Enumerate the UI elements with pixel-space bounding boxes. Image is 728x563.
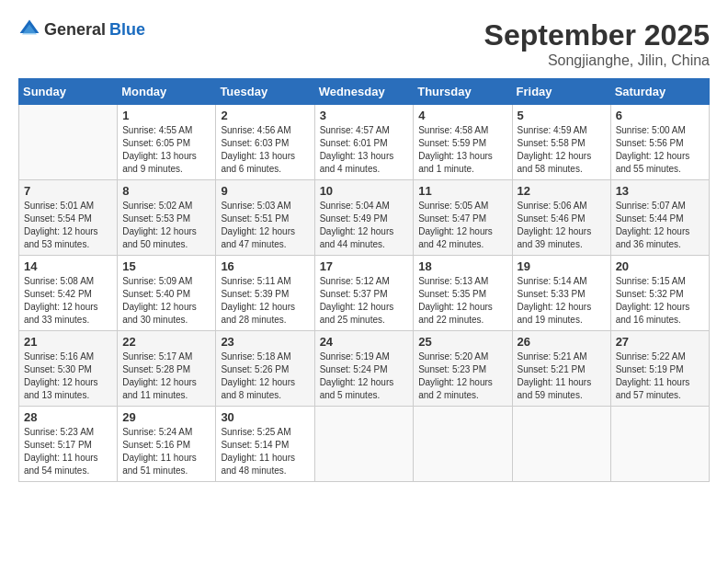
- logo: GeneralBlue: [18, 18, 145, 40]
- day-number: 12: [518, 184, 606, 198]
- day-number: 4: [418, 109, 506, 122]
- day-number: 28: [24, 410, 112, 424]
- weekday-header-row: SundayMondayTuesdayWednesdayThursdayFrid…: [19, 79, 710, 105]
- calendar-cell: 4Sunrise: 4:58 AM Sunset: 5:59 PM Daylig…: [414, 105, 512, 180]
- day-info: Sunrise: 5:19 AM Sunset: 5:24 PM Dayligh…: [320, 350, 409, 402]
- day-info: Sunrise: 5:03 AM Sunset: 5:51 PM Dayligh…: [221, 200, 309, 251]
- day-number: 6: [616, 109, 704, 122]
- day-info: Sunrise: 4:56 AM Sunset: 6:03 PM Dayligh…: [221, 124, 309, 176]
- day-info: Sunrise: 5:01 AM Sunset: 5:54 PM Dayligh…: [24, 200, 112, 251]
- day-number: 15: [122, 259, 210, 273]
- calendar-cell: 21Sunrise: 5:16 AM Sunset: 5:30 PM Dayli…: [19, 331, 118, 407]
- calendar-cell: [512, 407, 610, 482]
- calendar-cell: 10Sunrise: 5:04 AM Sunset: 5:49 PM Dayli…: [314, 180, 414, 256]
- title-block: September 2025 Songjianghe, Jilin, China: [484, 18, 710, 69]
- day-number: 3: [320, 109, 409, 122]
- calendar-cell: 16Sunrise: 5:11 AM Sunset: 5:39 PM Dayli…: [216, 256, 314, 331]
- day-info: Sunrise: 5:00 AM Sunset: 5:56 PM Dayligh…: [616, 124, 704, 176]
- weekday-header-wednesday: Wednesday: [314, 79, 414, 105]
- weekday-header-tuesday: Tuesday: [216, 79, 314, 105]
- calendar-cell: [314, 407, 414, 482]
- day-number: 7: [24, 184, 112, 198]
- day-number: 1: [122, 109, 210, 122]
- day-info: Sunrise: 5:15 AM Sunset: 5:32 PM Dayligh…: [616, 275, 704, 327]
- calendar-cell: 8Sunrise: 5:02 AM Sunset: 5:53 PM Daylig…: [118, 180, 216, 256]
- calendar-cell: [19, 105, 118, 180]
- day-number: 20: [616, 259, 704, 273]
- weekday-header-monday: Monday: [118, 79, 216, 105]
- calendar-cell: [610, 407, 709, 482]
- calendar-cell: 28Sunrise: 5:23 AM Sunset: 5:17 PM Dayli…: [19, 407, 118, 482]
- day-number: 8: [122, 184, 210, 198]
- logo-icon: [18, 18, 40, 40]
- calendar-cell: 13Sunrise: 5:07 AM Sunset: 5:44 PM Dayli…: [610, 180, 709, 256]
- calendar-week-5: 28Sunrise: 5:23 AM Sunset: 5:17 PM Dayli…: [19, 407, 710, 482]
- weekday-header-friday: Friday: [512, 79, 610, 105]
- weekday-header-sunday: Sunday: [19, 79, 118, 105]
- calendar-cell: [414, 407, 512, 482]
- calendar-cell: 30Sunrise: 5:25 AM Sunset: 5:14 PM Dayli…: [216, 407, 314, 482]
- day-number: 9: [221, 184, 309, 198]
- day-number: 23: [221, 335, 309, 349]
- day-number: 27: [616, 335, 704, 349]
- calendar-cell: 11Sunrise: 5:05 AM Sunset: 5:47 PM Dayli…: [414, 180, 512, 256]
- day-info: Sunrise: 5:17 AM Sunset: 5:28 PM Dayligh…: [122, 350, 210, 402]
- day-info: Sunrise: 5:07 AM Sunset: 5:44 PM Dayligh…: [616, 200, 704, 251]
- day-info: Sunrise: 4:58 AM Sunset: 5:59 PM Dayligh…: [418, 124, 506, 176]
- calendar-cell: 23Sunrise: 5:18 AM Sunset: 5:26 PM Dayli…: [216, 331, 314, 407]
- day-info: Sunrise: 5:09 AM Sunset: 5:40 PM Dayligh…: [122, 275, 210, 327]
- day-info: Sunrise: 5:12 AM Sunset: 5:37 PM Dayligh…: [320, 275, 409, 327]
- weekday-header-saturday: Saturday: [610, 79, 709, 105]
- logo-general: General: [44, 20, 106, 40]
- day-info: Sunrise: 5:13 AM Sunset: 5:35 PM Dayligh…: [418, 275, 506, 327]
- day-number: 30: [221, 410, 309, 424]
- calendar-cell: 18Sunrise: 5:13 AM Sunset: 5:35 PM Dayli…: [414, 256, 512, 331]
- day-number: 17: [320, 259, 409, 273]
- calendar-cell: 12Sunrise: 5:06 AM Sunset: 5:46 PM Dayli…: [512, 180, 610, 256]
- calendar-cell: 15Sunrise: 5:09 AM Sunset: 5:40 PM Dayli…: [118, 256, 216, 331]
- calendar-cell: 3Sunrise: 4:57 AM Sunset: 6:01 PM Daylig…: [314, 105, 414, 180]
- calendar-week-2: 7Sunrise: 5:01 AM Sunset: 5:54 PM Daylig…: [19, 180, 710, 256]
- day-number: 26: [518, 335, 606, 349]
- calendar-cell: 22Sunrise: 5:17 AM Sunset: 5:28 PM Dayli…: [118, 331, 216, 407]
- calendar-cell: 2Sunrise: 4:56 AM Sunset: 6:03 PM Daylig…: [216, 105, 314, 180]
- calendar-table: SundayMondayTuesdayWednesdayThursdayFrid…: [18, 78, 710, 482]
- day-info: Sunrise: 5:23 AM Sunset: 5:17 PM Dayligh…: [24, 426, 112, 477]
- day-number: 25: [418, 335, 506, 349]
- calendar-cell: 25Sunrise: 5:20 AM Sunset: 5:23 PM Dayli…: [414, 331, 512, 407]
- day-info: Sunrise: 5:21 AM Sunset: 5:21 PM Dayligh…: [518, 350, 606, 402]
- calendar-cell: 20Sunrise: 5:15 AM Sunset: 5:32 PM Dayli…: [610, 256, 709, 331]
- calendar-cell: 19Sunrise: 5:14 AM Sunset: 5:33 PM Dayli…: [512, 256, 610, 331]
- day-number: 18: [418, 259, 506, 273]
- calendar-cell: 5Sunrise: 4:59 AM Sunset: 5:58 PM Daylig…: [512, 105, 610, 180]
- day-number: 2: [221, 109, 309, 122]
- calendar-cell: 14Sunrise: 5:08 AM Sunset: 5:42 PM Dayli…: [19, 256, 118, 331]
- calendar-cell: 26Sunrise: 5:21 AM Sunset: 5:21 PM Dayli…: [512, 331, 610, 407]
- day-info: Sunrise: 5:14 AM Sunset: 5:33 PM Dayligh…: [518, 275, 606, 327]
- day-info: Sunrise: 4:55 AM Sunset: 6:05 PM Dayligh…: [122, 124, 210, 176]
- day-info: Sunrise: 5:25 AM Sunset: 5:14 PM Dayligh…: [221, 426, 309, 477]
- day-info: Sunrise: 5:04 AM Sunset: 5:49 PM Dayligh…: [320, 200, 409, 251]
- day-info: Sunrise: 5:22 AM Sunset: 5:19 PM Dayligh…: [616, 350, 704, 402]
- calendar-cell: 9Sunrise: 5:03 AM Sunset: 5:51 PM Daylig…: [216, 180, 314, 256]
- weekday-header-thursday: Thursday: [414, 79, 512, 105]
- calendar-cell: 29Sunrise: 5:24 AM Sunset: 5:16 PM Dayli…: [118, 407, 216, 482]
- day-info: Sunrise: 4:57 AM Sunset: 6:01 PM Dayligh…: [320, 124, 409, 176]
- day-info: Sunrise: 5:06 AM Sunset: 5:46 PM Dayligh…: [518, 200, 606, 251]
- day-number: 5: [518, 109, 606, 122]
- calendar-cell: 27Sunrise: 5:22 AM Sunset: 5:19 PM Dayli…: [610, 331, 709, 407]
- day-info: Sunrise: 5:02 AM Sunset: 5:53 PM Dayligh…: [122, 200, 210, 251]
- calendar-cell: 1Sunrise: 4:55 AM Sunset: 6:05 PM Daylig…: [118, 105, 216, 180]
- day-number: 22: [122, 335, 210, 349]
- day-info: Sunrise: 5:11 AM Sunset: 5:39 PM Dayligh…: [221, 275, 309, 327]
- calendar-cell: 24Sunrise: 5:19 AM Sunset: 5:24 PM Dayli…: [314, 331, 414, 407]
- month-title: September 2025: [484, 18, 710, 52]
- day-number: 19: [518, 259, 606, 273]
- calendar-week-4: 21Sunrise: 5:16 AM Sunset: 5:30 PM Dayli…: [19, 331, 710, 407]
- day-info: Sunrise: 5:20 AM Sunset: 5:23 PM Dayligh…: [418, 350, 506, 402]
- day-info: Sunrise: 5:16 AM Sunset: 5:30 PM Dayligh…: [24, 350, 112, 402]
- location-title: Songjianghe, Jilin, China: [484, 52, 710, 69]
- day-number: 11: [418, 184, 506, 198]
- day-info: Sunrise: 5:08 AM Sunset: 5:42 PM Dayligh…: [24, 275, 112, 327]
- day-number: 21: [24, 335, 112, 349]
